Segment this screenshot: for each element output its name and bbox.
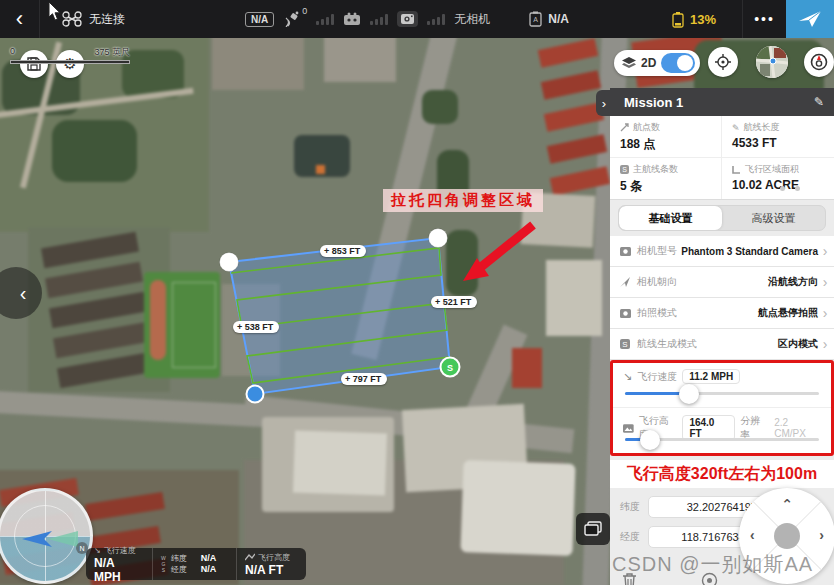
altitude-icon (245, 553, 255, 561)
media-library-button[interactable] (576, 513, 610, 545)
2d-switch[interactable] (661, 53, 695, 73)
edge-length-bottom[interactable]: + 797 FT (341, 373, 387, 385)
gps-signal-bars (316, 13, 334, 25)
mode-badge: N/A (245, 12, 274, 27)
altitude-slider-knob[interactable] (640, 430, 660, 450)
camera-status-text: 无相机 (454, 11, 490, 28)
annotation-label: 拉托四角调整区域 (383, 189, 543, 212)
speed-value: 11.2 MPH (682, 369, 740, 384)
route-mode-icon: S (620, 339, 630, 349)
edit-mission-icon[interactable]: ✎ (814, 95, 824, 109)
row-photo-mode[interactable]: 拍照模式 航点悬停拍照 › (610, 298, 834, 329)
rc-battery-icon: A (528, 11, 543, 27)
dpad-up[interactable]: ⌃ (781, 496, 793, 512)
layers-icon (622, 57, 636, 69)
speed-slider[interactable] (625, 392, 819, 395)
mission-header: Mission 1 ✎ (610, 88, 834, 116)
rc-signal-bars (370, 13, 388, 25)
back-button[interactable]: ‹ (0, 0, 40, 38)
route-length-icon: ✎ (732, 123, 740, 133)
area-icon (732, 165, 741, 174)
telemetry-bar: ↘飞行速度 N/A MPH WGS 纬度N/A 经度N/A 飞行高度 N/A F… (86, 548, 306, 580)
svg-text:A: A (533, 16, 538, 23)
row-camera-model[interactable]: 相机型号 Phantom 3 Standard Camera › (610, 236, 834, 267)
settings-tabs: 基础设置 高级设置 (618, 205, 826, 231)
row-flight-altitude: 飞行高度 164.0 FT 分辨率 2.2 CM/PX (613, 408, 831, 453)
crosshair-icon (715, 54, 731, 70)
svg-text:S: S (622, 340, 627, 349)
back-chevron-icon: ‹ (16, 6, 23, 32)
camera-icon (620, 247, 631, 256)
status-topbar: ‹ 无连接 N/A 0 无相机 A N/A (0, 0, 834, 38)
chevron-right-icon: › (820, 243, 830, 259)
heading-cone (48, 531, 78, 547)
edge-length-left[interactable]: + 538 FT (233, 321, 279, 333)
resolution-value: 2.2 CM/PX (774, 417, 821, 439)
map-scale: 0375 英尺 (10, 46, 130, 64)
drone-icon (62, 11, 82, 27)
scale-distance: 375 英尺 (94, 46, 130, 59)
watermark: CSDN @一别如斯AA (612, 551, 834, 578)
stat-area: 飞行区域面积 10.02 ACRE (722, 158, 834, 199)
camera-status-icon (401, 14, 414, 24)
edge-length-top[interactable]: + 853 FT (320, 245, 366, 257)
dpad-center[interactable] (774, 523, 800, 549)
row-flight-speed: ↘ 飞行速度 11.2 MPH (613, 363, 831, 408)
stats-page-dots[interactable] (780, 186, 800, 191)
rc-battery-value: N/A (548, 12, 569, 26)
dpad-right[interactable]: › (819, 527, 824, 543)
map-2d-toggle[interactable]: 2D (614, 50, 700, 76)
svg-text:S: S (622, 166, 627, 173)
more-menu-button[interactable]: ••• (742, 0, 786, 38)
connection-status: 无连接 (89, 11, 125, 28)
highlight-red-box: ↘ 飞行速度 11.2 MPH 飞行高度 164.0 FT 分辨率 2.2 CM… (610, 360, 834, 456)
start-flight-button[interactable] (786, 0, 834, 38)
edge-length-right[interactable]: + 521 FT (431, 296, 477, 308)
battery-icon (671, 11, 685, 28)
tab-advanced-settings[interactable]: 高级设置 (722, 206, 825, 230)
compass-reset-button[interactable] (804, 47, 834, 77)
s-lines-icon: S (620, 165, 629, 174)
attitude-compass (0, 488, 93, 584)
chevron-right-icon: › (602, 96, 606, 111)
telemetry-alt-value: N/A FT (245, 563, 298, 577)
mouse-cursor (48, 2, 62, 22)
telemetry-speed-value: N/A MPH (94, 556, 144, 584)
mission-stats: 航点数 188 点 ✎航线长度 4533 FT S主航线条数 5 条 飞行区域面… (610, 116, 834, 200)
stat-main-lines: S主航线条数 5 条 (610, 158, 722, 199)
stat-waypoints: 航点数 188 点 (610, 116, 722, 157)
scale-zero: 0 (10, 46, 15, 59)
scale-bar (10, 60, 130, 64)
airplane-icon (798, 9, 822, 29)
photo-mode-icon (620, 309, 631, 318)
altitude-slider[interactable] (625, 438, 819, 441)
compass-north-label: N (76, 542, 88, 554)
remote-controller-icon (343, 12, 361, 26)
collapse-panel-button[interactable]: › (596, 90, 612, 116)
dpad-left[interactable]: ‹ (750, 527, 755, 543)
map-type-button[interactable] (756, 46, 788, 78)
speed-slider-knob[interactable] (679, 384, 699, 404)
battery-percent: 13% (690, 12, 716, 27)
ellipsis-icon: ••• (754, 11, 775, 27)
row-route-mode[interactable]: S 航线生成模式 区内模式 › (610, 329, 834, 360)
row-camera-heading[interactable]: 相机朝向 沿航线方向 › (610, 267, 834, 298)
chevron-right-icon: › (820, 274, 830, 290)
wgs-label: WGS (161, 555, 166, 573)
camera-signal-bars (427, 13, 445, 25)
locate-button[interactable] (708, 47, 738, 77)
map-thumbnail-icon (756, 46, 788, 78)
2d-label: 2D (641, 56, 656, 70)
photos-icon (584, 521, 602, 537)
aircraft-arrow-icon (22, 531, 52, 547)
heading-icon (620, 277, 630, 287)
speed-icon: ↘ (94, 546, 101, 555)
waypoint-icon (620, 123, 629, 132)
tab-basic-settings[interactable]: 基础设置 (619, 206, 722, 230)
switch-knob (677, 55, 693, 71)
app-screen: S + 853 FT + 521 FT + 538 FT + 797 FT 拉托… (0, 0, 834, 585)
chevron-right-icon: › (820, 305, 830, 321)
mission-panel: Mission 1 ✎ 航点数 188 点 ✎航线长度 4533 FT S主航线… (610, 88, 834, 585)
telemetry-lon-value: N/A (201, 564, 217, 574)
chevron-right-icon: › (820, 336, 830, 352)
